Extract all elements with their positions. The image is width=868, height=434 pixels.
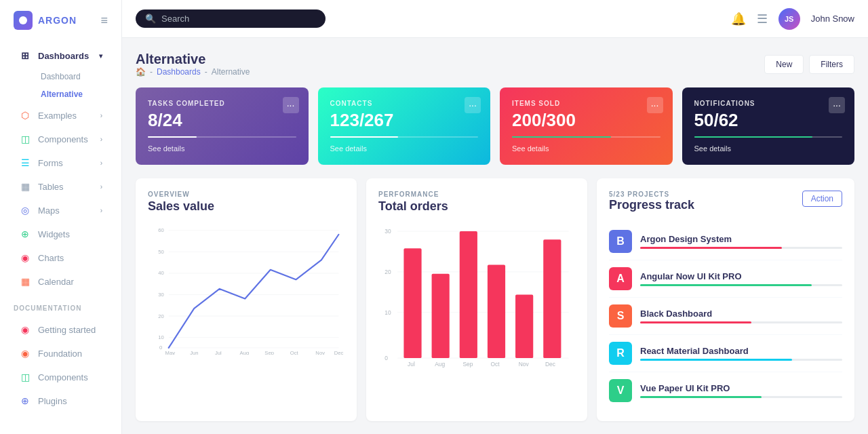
svg-text:Sep: Sep — [462, 361, 473, 368]
sidebar-item-calendar[interactable]: ▦ Calendar — [5, 270, 116, 293]
notif-bar-fill — [694, 136, 813, 138]
chevron-examples: › — [100, 112, 102, 119]
project-item-argon: B Argon Design System — [609, 223, 842, 260]
sales-chart-card: OVERVIEW Sales value 60 50 40 30 20 10 0 — [136, 178, 357, 421]
chevron-components: › — [100, 136, 102, 143]
filters-button[interactable]: Filters — [809, 55, 854, 74]
home-icon: 🏠 — [136, 67, 146, 77]
foundation-icon: ◉ — [19, 348, 31, 359]
sidebar: argon ≡ ⊞ Dashboards ▾ Dashboard Alterna… — [0, 0, 122, 434]
header-right: 🔔 ☰ JS John Snow — [731, 8, 854, 30]
bar-chart-svg: 30 20 10 0 — [378, 222, 575, 368]
sidebar-item-getting-started[interactable]: ◉ Getting started — [5, 318, 116, 341]
calendar-icon: ▦ — [19, 276, 31, 287]
black-name: Black Dashboard — [640, 309, 842, 319]
sidebar-item-foundation[interactable]: ◉ Foundation — [5, 342, 116, 365]
progress-title: Progress track — [609, 198, 694, 212]
black-progress-bar — [640, 321, 842, 323]
project-item-react: R React Material Dashboard — [609, 335, 842, 372]
logo-area: argon ≡ — [0, 0, 121, 41]
svg-text:Dec: Dec — [334, 350, 344, 355]
argon-info: Argon Design System — [640, 234, 842, 249]
settings-icon[interactable]: ☰ — [757, 12, 768, 26]
project-item-angular: A Angular Now UI Kit PRO — [609, 260, 842, 298]
react-icon: R — [609, 342, 632, 365]
angular-name: Angular Now UI Kit PRO — [640, 271, 842, 281]
argon-progress-fill — [640, 247, 782, 249]
svg-text:Jul: Jul — [408, 361, 415, 368]
sidebar-item-components-doc[interactable]: ◫ Components — [5, 366, 116, 389]
svg-text:May: May — [165, 350, 176, 355]
line-chart-polyline — [169, 235, 339, 348]
contacts-details[interactable]: See details — [330, 144, 479, 153]
sidebar-sub-item-dashboard[interactable]: Dashboard — [33, 68, 121, 85]
black-icon: S — [609, 304, 632, 328]
react-progress-fill — [640, 359, 792, 361]
sidebar-item-charts[interactable]: ◉ Charts — [5, 246, 116, 269]
hamburger-icon[interactable]: ≡ — [100, 14, 108, 28]
tasks-details[interactable]: See details — [148, 144, 296, 153]
svg-text:60: 60 — [158, 227, 164, 233]
avatar: JS — [778, 8, 800, 30]
svg-text:50: 50 — [158, 249, 164, 255]
sidebar-item-maps[interactable]: ◎ Maps › — [5, 199, 116, 222]
notif-value: 50/62 — [694, 110, 843, 131]
forms-icon: ☰ — [19, 157, 31, 168]
vue-icon: V — [609, 379, 632, 402]
chevron-tables: › — [100, 183, 102, 191]
bar-chart: 30 20 10 0 — [378, 222, 575, 370]
progress-section-info: 5/23 PROJECTS Progress track — [609, 191, 694, 212]
sidebar-item-examples[interactable]: ⬡ Examples › — [5, 104, 116, 127]
project-item-vue: V Vue Paper UI Kit PRO — [609, 372, 842, 409]
line-chart: 60 50 40 30 20 10 0 — [148, 222, 344, 357]
orders-chart-card: PERFORMANCE Total orders 30 20 10 0 — [366, 178, 587, 421]
sidebar-item-plugins[interactable]: ⊕ Plugins — [5, 389, 116, 412]
vue-info: Vue Paper UI Kit PRO — [640, 383, 842, 398]
bar-dec — [543, 239, 561, 358]
sidebar-item-forms[interactable]: ☰ Forms › — [5, 151, 116, 174]
svg-text:30: 30 — [384, 228, 391, 235]
projects-label: 5/23 PROJECTS — [609, 191, 694, 198]
notification-icon[interactable]: 🔔 — [731, 12, 746, 26]
line-chart-svg: 60 50 40 30 20 10 0 — [148, 222, 344, 355]
tasks-bar — [148, 136, 296, 138]
svg-text:20: 20 — [384, 269, 391, 275]
progress-header: 5/23 PROJECTS Progress track Action — [609, 191, 842, 212]
header: 🔍 🔔 ☰ JS John Snow — [122, 0, 868, 38]
items-bar-fill — [512, 136, 611, 138]
sidebar-item-tables[interactable]: ▦ Tables › — [5, 175, 116, 198]
tables-icon: ▦ — [19, 181, 31, 192]
bottom-grid: OVERVIEW Sales value 60 50 40 30 20 10 0 — [136, 178, 854, 421]
sidebar-sub-item-alternative[interactable]: Alternative — [33, 85, 121, 103]
angular-info: Angular Now UI Kit PRO — [640, 271, 842, 286]
components-icon: ◫ — [19, 134, 31, 144]
search-input[interactable] — [161, 14, 316, 24]
widgets-icon: ⊕ — [19, 229, 31, 239]
main-content: 🔍 🔔 ☰ JS John Snow Alternative 🏠 - Dashb… — [122, 0, 868, 434]
sidebar-item-widgets[interactable]: ⊕ Widgets — [5, 222, 116, 245]
breadcrumb-dashboards[interactable]: Dashboards — [157, 67, 201, 77]
logo-icon — [14, 11, 33, 30]
react-info: React Material Dashboard — [640, 346, 842, 361]
search-bar[interactable]: 🔍 — [136, 9, 326, 28]
items-details[interactable]: See details — [512, 144, 660, 153]
page-content: Alternative 🏠 - Dashboards - Alternative… — [122, 38, 868, 434]
svg-text:10: 10 — [384, 309, 391, 316]
search-icon: 🔍 — [145, 14, 156, 24]
action-button[interactable]: Action — [802, 191, 842, 207]
notif-details[interactable]: See details — [694, 144, 843, 153]
new-button[interactable]: New — [764, 55, 804, 74]
breadcrumb-current: Alternative — [212, 67, 250, 77]
angular-progress-fill — [640, 284, 812, 286]
contacts-label: CONTACTS — [330, 100, 479, 107]
svg-text:Sep: Sep — [264, 350, 274, 355]
project-item-black: S Black Dashboard — [609, 298, 842, 335]
examples-icon: ⬡ — [19, 110, 31, 121]
black-info: Black Dashboard — [640, 309, 842, 323]
sidebar-item-components[interactable]: ◫ Components › — [5, 127, 116, 151]
items-value: 200/300 — [512, 110, 660, 131]
svg-text:30: 30 — [158, 292, 164, 298]
sidebar-item-dashboards[interactable]: ⊞ Dashboards ▾ — [5, 44, 116, 67]
sales-chart-title: Sales value — [148, 199, 344, 214]
breadcrumb: 🏠 - Dashboards - Alternative — [136, 67, 250, 77]
